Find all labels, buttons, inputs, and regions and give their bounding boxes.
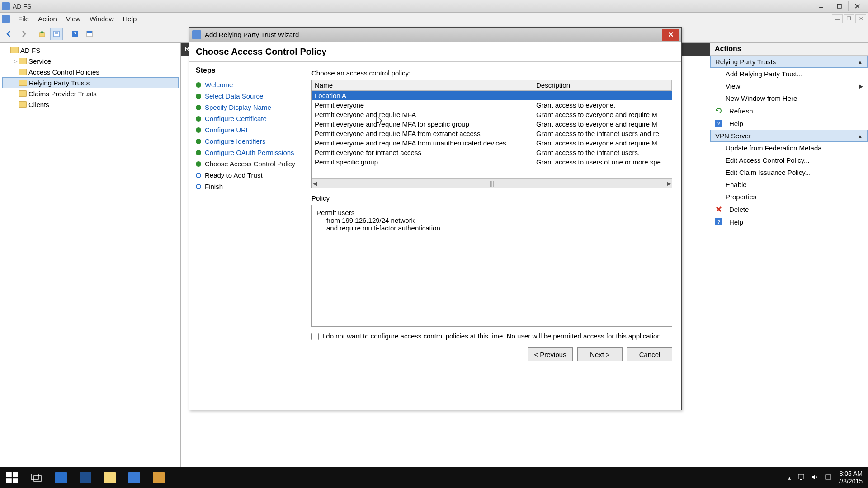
wizard-step[interactable]: Specify Display Name bbox=[196, 102, 296, 113]
action-edit-claim-issuance-policy[interactable]: Edit Claim Issuance Policy... bbox=[710, 166, 868, 178]
policy-row[interactable]: Location A bbox=[312, 91, 672, 100]
back-button[interactable] bbox=[3, 28, 15, 40]
menu-action[interactable]: Action bbox=[33, 13, 61, 24]
column-description[interactable]: Description bbox=[533, 80, 672, 90]
menu-help[interactable]: Help bbox=[118, 13, 141, 24]
policy-name: Permit everyone and require MFA from ext… bbox=[312, 129, 533, 138]
scroll-left-icon[interactable]: ◀ bbox=[313, 180, 317, 187]
action-help[interactable]: ?Help bbox=[710, 117, 868, 130]
taskbar-clock[interactable]: 8:05 AM 7/3/2015 bbox=[838, 470, 863, 485]
taskbar-app-browser[interactable] bbox=[122, 467, 146, 488]
help-button[interactable]: ? bbox=[69, 28, 81, 40]
tree-label: Relying Party Trusts bbox=[29, 79, 90, 87]
menubar: File Action View Window Help — ❐ ✕ bbox=[0, 13, 868, 25]
action-enable[interactable]: Enable bbox=[710, 178, 868, 191]
wizard-step[interactable]: Configure Identifiers bbox=[196, 136, 296, 147]
skip-policy-checkbox-row[interactable]: I do not want to configure access contro… bbox=[311, 332, 672, 340]
maximize-button[interactable] bbox=[830, 1, 848, 11]
policy-row[interactable]: Permit everyone and require MFA from ext… bbox=[312, 129, 672, 138]
menu-window[interactable]: Window bbox=[85, 13, 118, 24]
action-refresh[interactable]: Refresh bbox=[710, 104, 868, 117]
action-label: New Window from Here bbox=[726, 94, 797, 102]
start-button[interactable] bbox=[0, 467, 24, 488]
wizard-step[interactable]: Select Data Source bbox=[196, 90, 296, 102]
tray-notifications-icon[interactable] bbox=[825, 474, 832, 482]
forward-button[interactable] bbox=[17, 28, 30, 40]
action-update-federation-metadata[interactable]: Update from Federation Metada... bbox=[710, 142, 868, 154]
skip-policy-checkbox[interactable] bbox=[311, 333, 319, 340]
action-new-window[interactable]: New Window from Here bbox=[710, 92, 868, 104]
system-tray[interactable]: ▴ 8:05 AM 7/3/2015 bbox=[788, 470, 868, 485]
actions-section-vpn-server[interactable]: VPN Server▲ bbox=[710, 130, 868, 142]
taskbar-app-explorer[interactable] bbox=[98, 467, 122, 488]
tree-item-access-control-policies[interactable]: Access Control Policies bbox=[2, 66, 179, 77]
mdi-restore[interactable]: ❐ bbox=[844, 14, 854, 23]
policy-row[interactable]: Permit everyone and require MFA for spec… bbox=[312, 119, 672, 129]
step-label: Specify Display Name bbox=[205, 103, 271, 111]
tray-network-icon[interactable] bbox=[797, 474, 805, 482]
horizontal-scrollbar[interactable]: ◀ ||| ▶ bbox=[312, 178, 672, 188]
policy-detail-box: Permit users from 199.126.129/24 network… bbox=[311, 205, 672, 327]
policy-row[interactable]: Permit everyoneGrant access to everyone. bbox=[312, 100, 672, 110]
policy-row[interactable]: Permit everyone and require MFA from una… bbox=[312, 138, 672, 148]
action-label: Edit Claim Issuance Policy... bbox=[726, 169, 811, 176]
step-dot-icon bbox=[196, 82, 201, 88]
policy-row[interactable]: Permit specific groupGrant access to use… bbox=[312, 157, 672, 167]
action-delete[interactable]: Delete bbox=[710, 203, 868, 216]
step-dot-icon bbox=[196, 184, 201, 189]
policy-row[interactable]: Permit everyone and require MFAGrant acc… bbox=[312, 110, 672, 119]
action-add-relying-party-trust[interactable]: Add Relying Party Trust... bbox=[710, 68, 868, 80]
wizard-step: Choose Access Control Policy bbox=[196, 158, 296, 169]
tree-item-relying-party-trusts[interactable]: Relying Party Trusts bbox=[2, 77, 179, 88]
properties-button[interactable] bbox=[50, 28, 63, 40]
wizard-title: Add Relying Party Trust Wizard bbox=[205, 31, 299, 38]
task-view-button[interactable] bbox=[24, 467, 49, 488]
next-button[interactable]: Next > bbox=[577, 347, 623, 361]
cancel-button[interactable]: Cancel bbox=[627, 347, 672, 361]
policy-name: Permit everyone and require MFA bbox=[312, 110, 533, 119]
column-name[interactable]: Name bbox=[312, 80, 533, 90]
tree-label: Service bbox=[28, 57, 51, 65]
wizard-steps-pane: Steps WelcomeSelect Data SourceSpecify D… bbox=[189, 62, 302, 410]
action-edit-access-control-policy[interactable]: Edit Access Control Policy... bbox=[710, 154, 868, 166]
wizard-step[interactable]: Configure Certificate bbox=[196, 113, 296, 124]
navigation-tree[interactable]: AD FS ▷Service Access Control Policies R… bbox=[0, 42, 181, 467]
action-help[interactable]: ?Help bbox=[710, 216, 868, 228]
list-button[interactable] bbox=[83, 28, 96, 40]
svg-rect-22 bbox=[31, 474, 38, 479]
scroll-right-icon[interactable]: ▶ bbox=[667, 180, 671, 187]
collapse-icon: ▲ bbox=[858, 133, 863, 139]
wizard-step[interactable]: Welcome bbox=[196, 79, 296, 90]
minimize-button[interactable] bbox=[812, 1, 830, 11]
policy-list[interactable]: Name Description Location APermit everyo… bbox=[311, 80, 672, 188]
policy-row[interactable]: Permit everyone for intranet accessGrant… bbox=[312, 148, 672, 157]
tree-root[interactable]: AD FS bbox=[2, 45, 179, 56]
taskbar-app-adfs[interactable] bbox=[146, 467, 171, 488]
tree-item-service[interactable]: ▷Service bbox=[2, 56, 179, 66]
action-properties[interactable]: Properties bbox=[710, 191, 868, 203]
previous-button[interactable]: < Previous bbox=[528, 347, 573, 361]
policy-desc: Grant access to the intranet users and r… bbox=[533, 129, 672, 138]
tray-volume-icon[interactable] bbox=[811, 474, 818, 482]
mdi-close[interactable]: ✕ bbox=[855, 14, 866, 23]
tree-item-claims-provider-trusts[interactable]: Claims Provider Trusts bbox=[2, 88, 179, 99]
mdi-minimize[interactable]: — bbox=[832, 14, 843, 23]
actions-section-relying-party-trusts[interactable]: Relying Party Trusts▲ bbox=[710, 56, 868, 68]
refresh-icon bbox=[715, 107, 723, 115]
taskbar-app-powershell[interactable] bbox=[73, 467, 98, 488]
up-button[interactable] bbox=[36, 28, 48, 40]
wizard-step[interactable]: Configure URL bbox=[196, 124, 296, 136]
action-view[interactable]: View▶ bbox=[710, 80, 868, 92]
wizard-titlebar[interactable]: Add Relying Party Trust Wizard ✕ bbox=[189, 28, 681, 42]
close-button[interactable] bbox=[848, 1, 866, 11]
wizard-step[interactable]: Configure OAuth Permissions bbox=[196, 147, 296, 158]
svg-text:?: ? bbox=[717, 121, 721, 126]
svg-rect-18 bbox=[6, 472, 12, 477]
menu-view[interactable]: View bbox=[61, 13, 85, 24]
taskbar[interactable]: ▴ 8:05 AM 7/3/2015 bbox=[0, 467, 868, 488]
menu-file[interactable]: File bbox=[14, 13, 33, 24]
tray-chevron-up-icon[interactable]: ▴ bbox=[788, 474, 791, 481]
tree-item-clients[interactable]: Clients bbox=[2, 99, 179, 110]
wizard-close-button[interactable]: ✕ bbox=[662, 29, 679, 41]
taskbar-app-server-manager[interactable] bbox=[49, 467, 73, 488]
